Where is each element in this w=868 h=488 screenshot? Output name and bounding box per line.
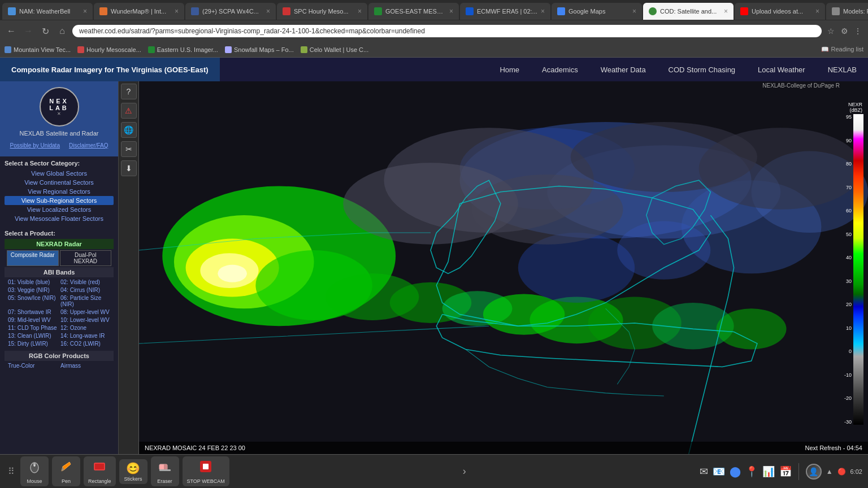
taskbar-rectangle-btn[interactable]: Rectangle (84, 456, 116, 486)
composite-radar-tab[interactable]: Composite Radar (7, 250, 59, 266)
tab-1-close[interactable]: × (83, 7, 87, 15)
abi-13[interactable]: 13: Clean (LWIR) (7, 332, 59, 339)
mesoscale-sectors[interactable]: View Mesoscale Floater Sectors (5, 214, 114, 223)
nav-academics[interactable]: Academics (542, 66, 578, 74)
extensions-icon[interactable]: ⚙ (839, 25, 850, 37)
rgb-header: RGB Color Products (5, 351, 114, 361)
taskbar-eraser-btn[interactable]: Eraser (151, 456, 179, 486)
svg-rect-32 (164, 464, 167, 470)
tools-tool[interactable]: ✂ (121, 141, 137, 157)
tray-sheets[interactable]: 📊 (762, 465, 775, 478)
home-button[interactable]: ⌂ (55, 24, 69, 38)
abi-15[interactable]: 15: Dirty (LWIR) (7, 340, 59, 347)
abi-10[interactable]: 10: Lower-level WV (59, 316, 111, 324)
bookmark-icon[interactable]: ☆ (825, 25, 836, 37)
tray-chrome[interactable]: ⬤ (730, 465, 741, 478)
taskbar-stickers-btn[interactable]: 😊 Stickers (119, 459, 147, 484)
address-input[interactable] (72, 25, 822, 37)
tab-4-close[interactable]: × (358, 7, 362, 15)
abi-08[interactable]: 08: Upper-level WV (59, 308, 111, 316)
tab-6[interactable]: ECMWF ERA5 | 02:... × (460, 3, 550, 20)
svg-point-12 (717, 308, 787, 349)
download-tool[interactable]: ⬇ (121, 160, 137, 176)
tray-expand[interactable]: ▲ (826, 468, 833, 476)
tab-7-close[interactable]: × (632, 7, 636, 15)
tab-8-close[interactable]: × (724, 7, 728, 15)
svg-point-24 (471, 175, 623, 245)
nexrad-info: NEXRAD MOSAIC 24 FEB 22 23 00 (145, 445, 245, 451)
tab-8-favicon (649, 7, 657, 15)
tab-9[interactable]: Upload videos at... × (735, 3, 825, 20)
abi-03[interactable]: 03: Veggie (NIR) (7, 286, 59, 294)
tab-9-close[interactable]: × (815, 7, 819, 15)
tab-1[interactable]: NAM: WeatherBell × (2, 3, 93, 20)
tab-4[interactable]: SPC Hourly Meso... × (277, 3, 367, 20)
regional-sectors[interactable]: View Regional Sectors (5, 187, 114, 196)
tab-5-close[interactable]: × (449, 7, 453, 15)
rgb-truecolor[interactable]: True-Color (7, 362, 59, 369)
nav-home[interactable]: Home (500, 66, 519, 74)
bookmark-4[interactable]: Snowfall Maps – Fo... (225, 46, 294, 53)
dual-pol-tab[interactable]: Dual-Pol NEXRAD (60, 250, 112, 266)
tab-7[interactable]: Google Maps × (552, 3, 642, 20)
tab-10[interactable]: Models: RAP – Pi... × (826, 3, 868, 20)
localized-sectors[interactable]: View Localized Sectors (5, 205, 114, 214)
abi-16[interactable]: 16: CO2 (LWIR) (59, 340, 111, 347)
warning-tool[interactable]: ⚠ (121, 103, 137, 119)
bookmark-3[interactable]: Eastern U.S. Imager... (148, 46, 218, 53)
bookmark-5[interactable]: Celo Wallet | Use C... (301, 46, 369, 53)
abi-14[interactable]: 14: Long-wave IR (59, 332, 111, 339)
nav-local-weather[interactable]: Local Weather (758, 66, 805, 74)
stickers-icon: 😊 (126, 461, 140, 475)
menu-icon[interactable]: ⋮ (852, 25, 863, 37)
globe-tool[interactable]: 🌐 (121, 122, 137, 138)
abi-05[interactable]: 05: Snow/Ice (NIR) (7, 294, 59, 308)
global-sectors[interactable]: View Global Sectors (5, 169, 114, 178)
abi-07[interactable]: 07: Shortwave IR (7, 308, 59, 316)
help-tool[interactable]: ? (121, 84, 137, 99)
tray-gmail[interactable]: ✉ (700, 465, 708, 478)
taskbar-grid-icon[interactable]: ⠿ (6, 464, 17, 479)
unidata-link[interactable]: Possible by Unidata (10, 142, 60, 149)
tray-profile[interactable]: 👤 (806, 464, 822, 480)
rgb-airmass[interactable]: Airmass (59, 362, 111, 369)
nav-nexlab[interactable]: NEXLAB (828, 66, 857, 74)
abi-12[interactable]: 12: Ozone (59, 324, 111, 332)
nexrad-header: NEXRAD Radar (5, 239, 114, 249)
abi-06[interactable]: 06: Particle Size (NIR) (59, 294, 111, 308)
abi-02[interactable]: 02: Visible (red) (59, 278, 111, 286)
tray-calendar[interactable]: 📅 (779, 465, 792, 478)
abi-04[interactable]: 04: Cirrus (NIR) (59, 286, 111, 294)
taskbar-collapse-arrow[interactable]: › (463, 465, 466, 477)
tab-5[interactable]: GOES-EAST MESO... × (368, 3, 459, 20)
abi-header: ABI Bands (5, 267, 114, 277)
bookmark-2[interactable]: Hourly Mesoscale... (77, 46, 141, 53)
back-button[interactable]: ← (5, 24, 18, 38)
tray-maps[interactable]: 📍 (745, 465, 758, 478)
tray-gmail2[interactable]: 📧 (713, 465, 725, 478)
abi-11[interactable]: 11: CLD Top Phase (7, 324, 59, 332)
tab-8[interactable]: COD: Satellite and... × (643, 3, 734, 20)
continental-sectors[interactable]: View Continental Sectors (5, 178, 114, 187)
sector-title: Select a Sector Category: (5, 160, 114, 167)
disclaimer-link[interactable]: Disclaimer/FAQ (69, 142, 108, 149)
taskbar-mouse-btn[interactable]: Mouse (20, 456, 49, 486)
tab-3[interactable]: (29+) SCPA Wx4C... × (185, 3, 276, 20)
tab-2-close[interactable]: × (175, 7, 179, 15)
taskbar-pen-btn[interactable]: Pen (52, 456, 80, 486)
bookmark-1[interactable]: Mountain View Tec... (5, 46, 71, 53)
tab-2[interactable]: WunderMap® | Int... × (94, 3, 184, 20)
sub-regional-sectors[interactable]: View Sub-Regional Sectors (5, 196, 114, 205)
forward-button[interactable]: → (21, 24, 35, 38)
abi-01[interactable]: 01: Visible (blue) (7, 278, 59, 286)
abi-09[interactable]: 09: Mid-level WV (7, 316, 59, 324)
tab-6-close[interactable]: × (541, 7, 545, 15)
refresh-button[interactable]: ↻ (38, 24, 52, 38)
svg-point-21 (617, 221, 710, 279)
taskbar-stop-webcam-btn[interactable]: STOP WEBCAM (183, 456, 229, 486)
nav-weather-data[interactable]: Weather Data (601, 66, 646, 74)
nav-storm-chasing[interactable]: COD Storm Chasing (669, 66, 735, 74)
reading-list-btn[interactable]: 📖 Reading list (821, 46, 863, 53)
map-container[interactable]: NEXLAB-College of DuPage R NEXR (dBZ) 95… (139, 81, 868, 454)
tab-3-close[interactable]: × (266, 7, 270, 15)
